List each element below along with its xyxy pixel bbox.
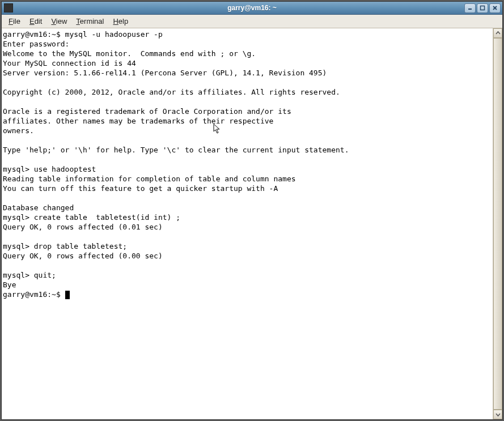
menu-edit[interactable]: Edit bbox=[25, 16, 46, 27]
terminal-area: garry@vm16:~$ mysql -u hadoopuser -p Ent… bbox=[2, 28, 502, 419]
terminal-content[interactable]: garry@vm16:~$ mysql -u hadoopuser -p Ent… bbox=[2, 28, 493, 419]
terminal-window: garry@vm16: ~ File Edit View Terminal He… bbox=[1, 1, 503, 420]
chevron-down-icon bbox=[495, 412, 501, 417]
scroll-thumb[interactable] bbox=[493, 38, 502, 410]
close-button[interactable] bbox=[489, 3, 501, 13]
maximize-button[interactable] bbox=[477, 3, 488, 13]
scroll-up-button[interactable] bbox=[493, 28, 502, 38]
terminal-output: garry@vm16:~$ mysql -u hadoopuser -p Ent… bbox=[3, 30, 349, 289]
menu-view[interactable]: View bbox=[46, 16, 71, 27]
scrollbar bbox=[493, 28, 502, 419]
close-icon bbox=[492, 5, 498, 11]
titlebar[interactable]: garry@vm16: ~ bbox=[2, 2, 502, 15]
menu-file[interactable]: File bbox=[4, 16, 25, 27]
window-controls bbox=[464, 3, 501, 13]
app-icon bbox=[4, 3, 13, 12]
cursor-icon bbox=[65, 291, 70, 299]
window-title: garry@vm16: ~ bbox=[227, 4, 277, 12]
minimize-button[interactable] bbox=[464, 3, 476, 13]
scroll-track[interactable] bbox=[493, 38, 502, 410]
prompt: garry@vm16:~$ bbox=[3, 290, 65, 299]
menu-help[interactable]: Help bbox=[108, 16, 133, 27]
menubar: File Edit View Terminal Help bbox=[2, 15, 502, 28]
maximize-icon bbox=[480, 5, 485, 11]
chevron-up-icon bbox=[495, 31, 501, 36]
menu-terminal[interactable]: Terminal bbox=[71, 16, 108, 27]
minimize-icon bbox=[467, 5, 473, 11]
scroll-down-button[interactable] bbox=[493, 410, 502, 419]
svg-rect-1 bbox=[481, 6, 485, 10]
